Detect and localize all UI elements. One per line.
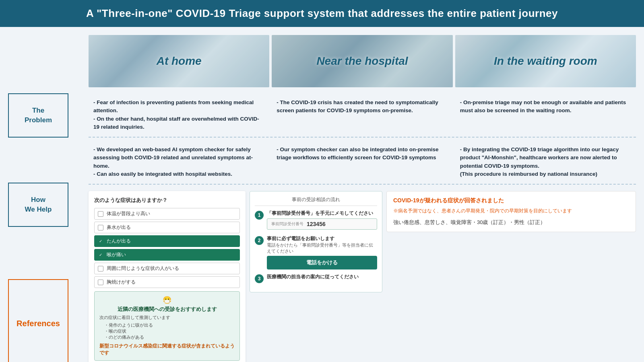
- references-row: 次のような症状はありますか？ 体温が普段より高い鼻水が出る✓たんが出る✓喉が痛い…: [89, 185, 636, 362]
- step-1-text: 「事前問診受付番号」を手元にメモしてください: [267, 210, 377, 217]
- ref3-content-text: 強い倦怠感、息苦しさ、嗅覚障害・30歳（訂正）・男性（訂正）: [393, 219, 545, 225]
- card-label-at-home: At home: [157, 55, 202, 68]
- flow-title: 事前の受診相談の流れ: [255, 196, 377, 206]
- symptom-item: 鼻水が出る: [94, 222, 240, 233]
- flow-step-1: 1 「事前問診受付番号」を手元にメモしてください 事前問診受付番号 123456: [255, 210, 377, 231]
- step-2-text: 事前に必ず電話をお願いします: [267, 235, 377, 242]
- ref3-title: COVID-19が疑われる症状が回答されました: [393, 197, 629, 204]
- input-value: 123456: [307, 221, 326, 227]
- symptom-item-label: 鼻水が出る: [107, 224, 131, 231]
- alert-icon: 😷: [99, 296, 235, 304]
- problem-text-2: - The COVID-19 crisis has created the ne…: [277, 99, 448, 115]
- image-card-near-hospital: Near the hospital: [272, 35, 452, 87]
- ref-card-flow: 事前の受診相談の流れ 1 「事前問診受付番号」を手元にメモしてください 事前問診…: [250, 191, 382, 292]
- step-1-input: 事前問診受付番号 123456: [267, 218, 377, 230]
- image-row: At home Near the hospital In the waiting…: [89, 35, 636, 87]
- sidebar: The Problem How We Help References: [8, 35, 89, 362]
- call-button[interactable]: 電話をかける: [267, 256, 377, 269]
- step-3-text: 医療機関の担当者の案内に従ってください: [267, 274, 377, 280]
- image-card-waiting-room: In the waiting room: [455, 35, 636, 87]
- ref-card-symptom-checker: 次のような症状はありますか？ 体温が普段より高い鼻水が出る✓たんが出る✓喉が痛い…: [89, 191, 246, 362]
- symptom-item: 体温が普段より高い: [94, 208, 240, 220]
- symptom-item-label: たんが出る: [107, 238, 131, 245]
- step-2-subtext: 電話をかけたら「事前問診受付番号」等を担当者に伝えてください: [267, 242, 377, 254]
- problem-text-3: - On-premise triage may not be enough or…: [460, 99, 631, 115]
- card-label-near-hospital: Near the hospital: [316, 55, 408, 68]
- howwe-text-3: - By integrating the COVID-19 triage alg…: [460, 146, 631, 178]
- symptom-item: ✓喉が痛い: [94, 249, 240, 261]
- step-num-1: 1: [255, 211, 264, 220]
- symptom-checkbox[interactable]: [98, 225, 103, 230]
- howwe-cell-3: - By integrating the COVID-19 triage alg…: [455, 143, 636, 181]
- ref3-subtitle: ※病名予測ではなく、患者さんの早期発見・院内での早期対策を目的にしています: [393, 208, 629, 214]
- step-num-3: 3: [255, 274, 264, 283]
- alert-main-text: 近隣の医療機関への受診をおすすめします: [99, 306, 235, 313]
- flow-step-2: 2 事前に必ず電話をお願いします 電話をかけたら「事前問診受付番号」等を担当者に…: [255, 235, 377, 269]
- sidebar-label-problem: The Problem: [8, 93, 68, 138]
- alert-warning-text: 新型コロナウイルス感染症に関連する症状が含まれているようです: [99, 343, 235, 356]
- sidebar-label-howwe: How We Help: [8, 183, 68, 227]
- symptom-item-label: 体温が普段より高い: [107, 210, 150, 217]
- howwe-cell-2: - Our symptom checker can also be integr…: [272, 143, 452, 181]
- problem-cell-1: - Fear of infection is preventing patien…: [89, 96, 269, 134]
- alert-items: ・発作のように咳が出る・喉の症状・のどの痛みがある: [99, 322, 235, 340]
- symptom-checkbox[interactable]: ✓: [98, 252, 103, 258]
- step-num-2: 2: [255, 236, 264, 245]
- alert-item: ・喉の症状: [104, 328, 235, 334]
- symptom-item: 周囲に問じような症状の人がいる: [94, 263, 240, 274]
- alert-box: 😷 近隣の医療機関への受診をおすすめします 次の症状に着目して推測しています ・…: [94, 291, 240, 361]
- howwe-cell-1: - We developed an web-based AI symptom c…: [89, 143, 269, 181]
- symptom-item: 胸焼けがする: [94, 276, 240, 288]
- ref3-content: 強い倦怠感、息苦しさ、嗅覚障害・30歳（訂正）・男性（訂正）: [393, 218, 629, 226]
- alert-item: ・のどの痛みがある: [104, 334, 235, 340]
- problem-cell-2: - The COVID-19 crisis has created the ne…: [272, 96, 452, 134]
- problem-cell-3: - On-premise triage may not be enough or…: [455, 96, 636, 134]
- symptom-items-list: 体温が普段より高い鼻水が出る✓たんが出る✓喉が痛い周囲に問じような症状の人がいる…: [94, 208, 240, 288]
- problem-text-1: - Fear of infection is preventing patien…: [93, 99, 264, 131]
- symptom-checkbox[interactable]: ✓: [98, 239, 103, 244]
- input-label: 事前問診受付番号: [271, 221, 303, 227]
- card-label-waiting-room: In the waiting room: [494, 55, 597, 68]
- page-title: A "Three-in-one" COVID-19 Triage support…: [16, 7, 628, 20]
- symptom-checkbox[interactable]: [98, 266, 103, 272]
- main-container: The Problem How We Help References At ho…: [0, 27, 644, 362]
- sidebar-label-references: References: [8, 279, 68, 362]
- alert-item: ・発作のように咳が出る: [104, 322, 235, 328]
- image-card-at-home: At home: [89, 35, 269, 87]
- symptom-item: ✓たんが出る: [94, 235, 240, 247]
- howwe-text-2: - Our symptom checker can also be integr…: [277, 146, 448, 162]
- alert-sub-text: 次の症状に着目して推測しています: [99, 315, 235, 321]
- ref-card-covid-alert: COVID-19が疑われる症状が回答されました ※病名予測ではなく、患者さんの早…: [386, 191, 636, 232]
- howwe-text-1: - We developed an web-based AI symptom c…: [93, 146, 264, 178]
- problem-row: - Fear of infection is preventing patien…: [89, 90, 636, 138]
- symptom-item-label: 喉が痛い: [107, 251, 126, 258]
- page-header: A "Three-in-one" COVID-19 Triage support…: [0, 0, 644, 27]
- symptom-item-label: 周囲に問じような症状の人がいる: [107, 265, 179, 272]
- symptom-checkbox[interactable]: [98, 211, 103, 217]
- flow-step-3: 3 医療機関の担当者の案内に従ってください: [255, 274, 377, 283]
- symptom-item-label: 胸焼けがする: [107, 279, 136, 286]
- symptom-checkbox[interactable]: [98, 280, 103, 285]
- symptom-checker-title: 次のような症状はありますか？: [94, 197, 240, 204]
- howwe-row: - We developed an web-based AI symptom c…: [89, 138, 636, 185]
- content-area: At home Near the hospital In the waiting…: [89, 35, 636, 362]
